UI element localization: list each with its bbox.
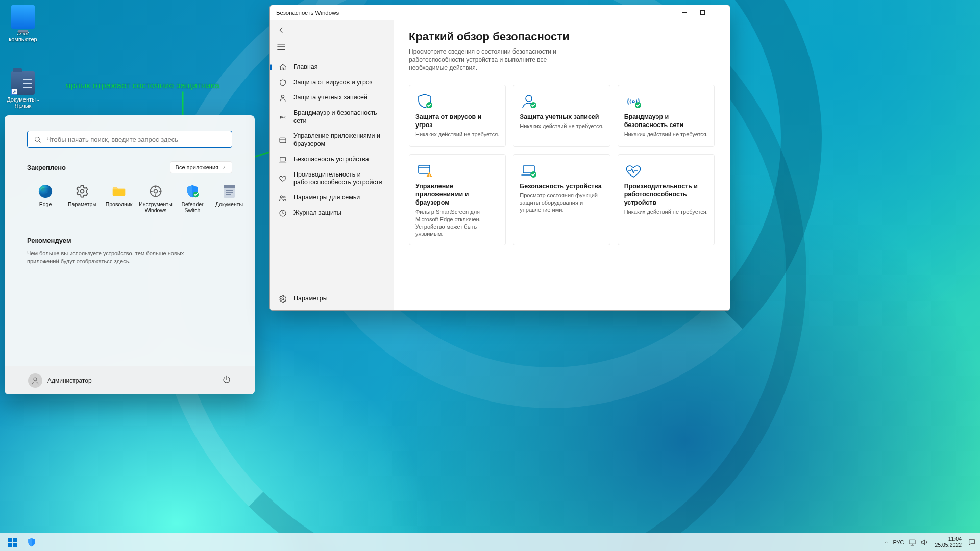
pinned-grid: Edge Параметры Проводник Инструменты Win… [27, 181, 232, 216]
card-performance[interactable]: Производительность и работоспособность у… [618, 154, 715, 245]
window-close-button[interactable] [712, 5, 730, 20]
nav-item-firewall[interactable]: Брандмауэр и безопасность сети [270, 106, 394, 129]
nav-label: Параметры для семьи [293, 194, 360, 202]
recommended-text: Чем больше вы используете устройство, те… [27, 249, 211, 265]
card-firewall[interactable]: Брандмауэр и безопасность сети Никаких д… [618, 85, 715, 147]
all-apps-label: Все приложения [176, 164, 218, 170]
start-user-button[interactable]: Администратор [28, 373, 92, 388]
nav-label: Брандмауэр и безопасность сети [293, 109, 385, 125]
user-avatar-icon [28, 373, 42, 388]
window-title: Безопасность Windows [276, 10, 339, 16]
window-titlebar[interactable]: Безопасность Windows [270, 5, 730, 20]
card-virus[interactable]: Защита от вирусов и угроз Никаких действ… [409, 85, 506, 147]
start-search[interactable] [27, 131, 232, 148]
pinned-label: Defender Switch [174, 201, 211, 213]
desktop-icon-this-pc[interactable]: Этот компьютер [3, 5, 43, 42]
tools-icon [148, 184, 163, 199]
security-nav: Главная Защита от вирусов и угроз Защита… [270, 20, 394, 310]
pinned-app-edge[interactable]: Edge [27, 181, 64, 216]
security-content: Краткий обзор безопасности Просмотрите с… [394, 20, 730, 310]
nav-label: Защита от вирусов и угроз [293, 79, 372, 87]
svg-rect-16 [280, 157, 286, 161]
svg-point-2 [81, 190, 84, 193]
nav-label: Главная [293, 63, 318, 71]
folder-icon [111, 184, 127, 199]
nav-item-family[interactable]: Параметры для семьи [270, 190, 394, 206]
svg-point-13 [281, 95, 284, 98]
svg-rect-8 [226, 190, 233, 191]
document-icon [222, 184, 237, 199]
window-maximize-button[interactable] [693, 5, 712, 20]
card-appbrowser[interactable]: ! Управление приложениями и браузером Фи… [409, 154, 506, 245]
svg-point-17 [280, 196, 282, 198]
nav-item-history[interactable]: Журнал защиты [270, 206, 394, 221]
nav-label: Управление приложениями и браузером [293, 132, 385, 148]
windows-security-window: Безопасность Windows Главная Защита от в… [270, 5, 730, 311]
pinned-label: Edge [39, 201, 52, 207]
svg-rect-7 [224, 185, 235, 188]
card-title: Производительность и работоспособность у… [624, 182, 708, 207]
laptop-check-icon [520, 162, 603, 179]
person-icon [278, 94, 287, 102]
people-icon [278, 194, 287, 202]
nav-item-settings[interactable]: Параметры [270, 291, 394, 310]
power-button[interactable] [222, 375, 231, 386]
shield-icon [278, 79, 287, 87]
nav-item-virus[interactable]: Защита от вирусов и угроз [270, 75, 394, 90]
nav-item-account[interactable]: Защита учетных записей [270, 90, 394, 106]
window-minimize-button[interactable] [675, 5, 693, 20]
pinned-app-defender-switch[interactable]: Defender Switch [174, 181, 211, 216]
power-icon [222, 375, 231, 384]
svg-point-14 [282, 117, 283, 118]
pinned-app-documents[interactable]: Документы [211, 181, 248, 216]
nav-label: Параметры [293, 295, 328, 303]
nav-label: Производительность и работоспособность у… [293, 171, 385, 187]
pinned-app-explorer[interactable]: Проводник [101, 181, 137, 216]
svg-text:!: ! [429, 173, 430, 178]
start-user-name: Администратор [47, 377, 92, 384]
desktop-icon-documents-shortcut[interactable]: ↗ Документы - Ярлык [3, 71, 43, 109]
recommended-title: Рекомендуем [27, 237, 232, 244]
nav-hamburger-button[interactable] [270, 39, 394, 60]
card-account[interactable]: Защита учетных записей Никаких действий … [513, 85, 610, 147]
edge-icon [38, 184, 53, 199]
nav-item-device[interactable]: Безопасность устройства [270, 152, 394, 167]
pinned-app-settings[interactable]: Параметры [64, 181, 101, 216]
pinned-label: Документы [215, 201, 243, 207]
pinned-app-windows-tools[interactable]: Инструменты Windows [137, 181, 174, 216]
chevron-right-icon [222, 165, 227, 170]
start-search-input[interactable] [46, 136, 226, 143]
nav-back-button[interactable] [270, 23, 394, 39]
search-icon [34, 136, 41, 143]
card-sub: Никаких действий не требуется. [520, 122, 603, 130]
card-sub: Просмотр состояния функций защиты оборуд… [520, 192, 603, 214]
desktop-icon-label: Этот компьютер [3, 30, 43, 42]
card-title: Защита учетных записей [520, 113, 603, 121]
gear-icon [75, 184, 90, 199]
antenna-check-icon [624, 92, 708, 110]
app-window-warn-icon: ! [415, 162, 499, 179]
svg-point-20 [282, 298, 284, 300]
shield-check-icon [185, 184, 200, 199]
home-icon [278, 63, 287, 71]
nav-item-appbrowser[interactable]: Управление приложениями и браузером [270, 129, 394, 152]
start-menu: Закреплено Все приложения Edge Параметры [5, 115, 255, 394]
card-device[interactable]: Безопасность устройства Просмотр состоян… [513, 154, 610, 245]
pinned-label: Проводник [106, 201, 133, 207]
svg-rect-12 [700, 11, 704, 15]
person-check-icon [520, 92, 603, 110]
svg-point-3 [154, 190, 158, 193]
svg-point-24 [632, 101, 634, 103]
card-title: Управление приложениями и браузером [415, 182, 499, 207]
nav-item-home[interactable]: Главная [270, 60, 394, 75]
all-apps-button[interactable]: Все приложения [170, 161, 232, 173]
card-sub: Никаких действий не требуется. [624, 208, 708, 215]
page-title: Краткий обзор безопасности [409, 30, 715, 43]
pinned-title: Закреплено [27, 164, 66, 171]
desktop-icon-label: Документы - Ярлык [3, 96, 43, 109]
card-sub: Никаких действий не требуется. [415, 131, 499, 138]
card-title: Безопасность устройства [520, 182, 603, 190]
heart-pulse-icon [624, 162, 708, 179]
svg-rect-26 [419, 165, 430, 173]
nav-item-performance[interactable]: Производительность и работоспособность у… [270, 167, 394, 190]
